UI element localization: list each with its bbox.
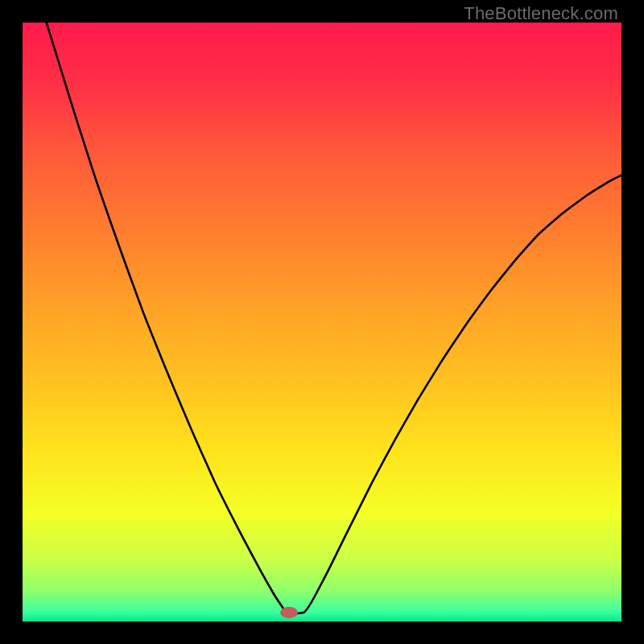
- chart-svg: [23, 23, 621, 621]
- chart-background: [23, 23, 621, 621]
- chart-frame: [23, 23, 621, 621]
- optimal-point-marker: [280, 607, 298, 618]
- plot-area: [23, 23, 621, 621]
- watermark-text: TheBottleneck.com: [464, 3, 618, 24]
